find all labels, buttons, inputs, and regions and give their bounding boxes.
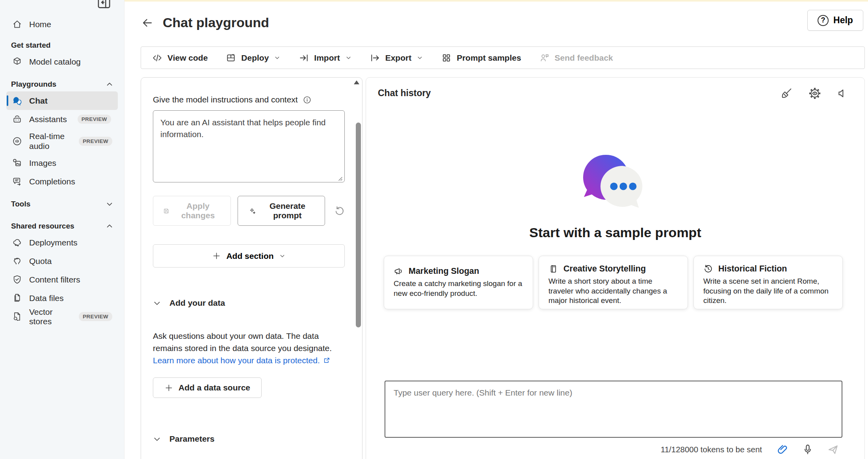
gear-eye-icon [809, 87, 821, 100]
sidebar-item-vector-stores[interactable]: Vector stores PREVIEW [6, 307, 118, 326]
back-button[interactable] [141, 16, 154, 30]
help-button[interactable]: ? Help [807, 10, 863, 31]
sample-card-historical-fiction[interactable]: Historical Fiction Write a scene set in … [693, 256, 843, 309]
sidebar-item-images[interactable]: Images [6, 154, 118, 172]
system-message-actions: Apply changes Generate prompt [153, 196, 345, 226]
export-icon [370, 53, 380, 63]
undo-button[interactable] [334, 204, 345, 217]
microphone-button[interactable] [801, 443, 814, 456]
chevron-down-icon [274, 54, 281, 61]
sidebar-item-quota[interactable]: Quota [6, 252, 118, 270]
card-body: Write a short story about a time travele… [548, 277, 678, 306]
chevron-down-icon [153, 435, 161, 443]
system-message-input[interactable]: You are an AI assistant that helps peopl… [153, 110, 345, 182]
send-button[interactable] [827, 443, 839, 456]
sidebar-item-label: Completions [29, 177, 75, 186]
sidebar-section-get-started: Get started [4, 38, 120, 52]
import-button[interactable]: Import [299, 53, 351, 63]
panel-collapse-icon [96, 0, 112, 10]
chat-panel: Chat history [366, 77, 865, 459]
sidebar-item-label: Content filters [29, 275, 80, 284]
collapse-sidebar-button[interactable] [96, 0, 112, 10]
deploy-icon [226, 53, 236, 63]
add-your-data-header[interactable]: Add your data [153, 298, 345, 308]
chat-actions [780, 87, 849, 100]
sidebar-item-chat[interactable]: Chat [6, 91, 118, 110]
add-data-source-button[interactable]: Add a data source [153, 377, 262, 398]
sample-card-creative-storytelling[interactable]: Creative Storytelling Write a short stor… [539, 256, 688, 309]
sidebar-item-label: Real-time audio [29, 131, 72, 151]
prompt-samples-button[interactable]: Prompt samples [441, 53, 521, 63]
sidebar-item-deployments[interactable]: Deployments [6, 233, 118, 252]
sidebar-item-label: Assistants [29, 115, 67, 124]
sidebar-item-data-files[interactable]: Data files [6, 289, 118, 307]
preview-badge: PREVIEW [79, 137, 112, 146]
grid-icon [441, 53, 452, 63]
paperclip-icon [776, 443, 789, 456]
add-your-data-description: Ask questions about your own data. The d… [153, 330, 345, 366]
sidebar-item-realtime-audio[interactable]: Real-time audio PREVIEW [6, 128, 118, 154]
system-message-box: You are an AI assistant that helps peopl… [153, 110, 345, 184]
chat-icon [12, 95, 22, 106]
content-filters-icon [12, 274, 22, 285]
sidebar-item-label: Data files [29, 294, 64, 303]
token-count: 11/128000 tokens to be sent [661, 445, 762, 454]
learn-more-link[interactable]: Learn more about how your data is protec… [153, 354, 331, 366]
parameters-header[interactable]: Parameters [153, 434, 345, 444]
card-body: Write a scene set in ancient Rome, focus… [703, 277, 833, 306]
speaker-button[interactable] [837, 87, 849, 100]
sidebar-item-assistants[interactable]: Assistants PREVIEW [6, 110, 118, 128]
scrollbar-up-arrow[interactable] [354, 80, 359, 84]
empty-state-title: Start with a sample prompt [529, 225, 701, 240]
chat-history-title: Chat history [378, 88, 431, 98]
quota-icon [12, 256, 22, 266]
sidebar-item-label: Deployments [29, 238, 78, 247]
sample-card-marketing-slogan[interactable]: Marketing Slogan Create a catchy marketi… [384, 256, 533, 309]
sidebar-item-completions[interactable]: Completions [6, 172, 118, 191]
generate-prompt-button[interactable]: Generate prompt [238, 196, 325, 226]
sidebar-item-home[interactable]: Home [6, 15, 118, 33]
sidebar-section-tools[interactable]: Tools [4, 197, 120, 211]
realtime-audio-icon [12, 136, 22, 147]
info-icon[interactable] [303, 95, 312, 104]
preview-badge: PREVIEW [79, 312, 112, 321]
sidebar-item-model-catalog[interactable]: Model catalog [6, 52, 118, 71]
data-files-icon [12, 293, 22, 303]
sidebar-section-playgrounds[interactable]: Playgrounds [4, 77, 120, 91]
speaker-icon [837, 87, 849, 100]
deployments-icon [12, 237, 22, 248]
chevron-down-icon [416, 54, 423, 61]
banner-remnant [125, 0, 868, 2]
code-icon [152, 53, 162, 63]
system-message-label: Give the model instructions and context [153, 95, 345, 104]
sidebar-item-label: Images [29, 158, 56, 168]
page-root: Home Get started Model catalog Playgroun… [0, 0, 868, 459]
send-feedback-button[interactable]: Send feedback [539, 53, 613, 63]
main-content: Chat playground ? Help View code Deploy [125, 0, 868, 459]
page-header: Chat playground [141, 15, 269, 30]
scrollbar-thumb[interactable] [356, 123, 361, 327]
sidebar-item-label: Vector stores [29, 307, 68, 326]
user-query-input[interactable] [385, 381, 842, 438]
attach-file-button[interactable] [776, 443, 789, 456]
view-code-button[interactable]: View code [152, 53, 208, 63]
apply-changes-button[interactable]: Apply changes [153, 196, 231, 226]
add-section-button[interactable]: Add section [153, 244, 345, 268]
export-button[interactable]: Export [370, 53, 424, 63]
clear-chat-button[interactable] [780, 87, 793, 100]
chat-empty-state: Start with a sample prompt [366, 152, 864, 240]
chevron-down-icon [153, 299, 161, 307]
plus-icon [164, 383, 173, 392]
toolbar: View code Deploy Import [141, 46, 865, 69]
home-icon [12, 19, 22, 30]
deploy-button[interactable]: Deploy [226, 53, 281, 63]
plus-icon [212, 251, 221, 260]
chat-settings-button[interactable] [809, 87, 821, 100]
sidebar-item-content-filters[interactable]: Content filters [6, 270, 118, 289]
sidebar-item-label: Home [29, 20, 51, 29]
card-title: Marketing Slogan [394, 266, 523, 276]
sidebar-section-shared-resources[interactable]: Shared resources [4, 219, 120, 233]
resize-handle-icon[interactable] [336, 175, 343, 181]
sidebar-item-label: Quota [29, 256, 52, 266]
save-icon [163, 206, 170, 216]
